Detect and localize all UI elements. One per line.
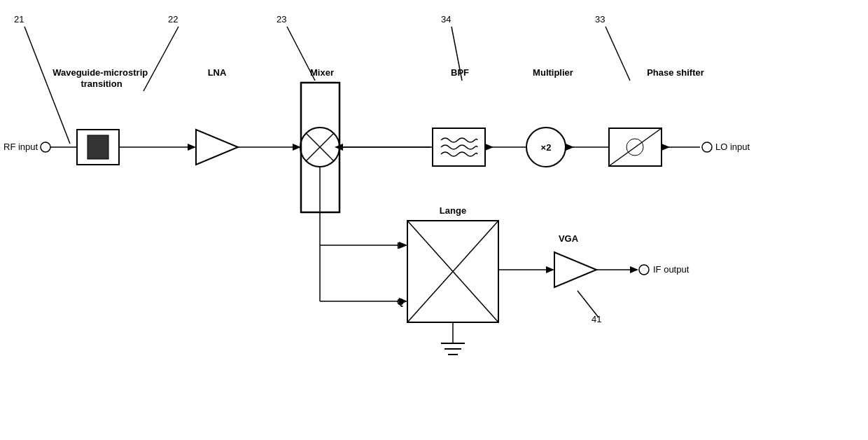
waveguide-symbol	[88, 135, 108, 159]
label-multiplier: Multiplier	[533, 67, 573, 78]
bpf-wave2	[441, 145, 477, 149]
label-mixer: Mixer	[310, 67, 334, 78]
vga-label: VGA	[559, 233, 579, 244]
arrow-mult-bpf	[485, 144, 493, 151]
lo-input-port	[702, 142, 712, 152]
q-label: Q	[397, 296, 404, 307]
lo-input-label: LO input	[715, 142, 750, 152]
svg-line-1	[144, 27, 178, 91]
svg-line-4	[606, 27, 630, 81]
bpf-wave1	[441, 138, 477, 142]
svg-line-0	[24, 27, 70, 144]
arrow-lange-vga	[546, 266, 554, 273]
label-23: 23	[276, 14, 286, 25]
phase-shifter-diagonal	[609, 128, 662, 166]
label-34: 34	[441, 14, 451, 25]
lna-symbol	[196, 130, 238, 165]
svg-line-21	[578, 291, 598, 317]
lange-label: Lange	[440, 205, 466, 216]
label-waveguide: Waveguide-microstrip transition	[52, 67, 150, 89]
arrow-1	[188, 144, 196, 151]
label-phase-shifter: Phase shifter	[647, 67, 704, 78]
label-bpf: BPF	[451, 67, 469, 78]
block-diagram: 21 22 23 34 33 Waveguide-microstrip tran…	[0, 0, 868, 440]
label-21: 21	[14, 14, 24, 25]
bpf-wave3	[441, 152, 477, 156]
rf-input-label: RF input	[4, 142, 38, 152]
arrow-i	[399, 242, 407, 249]
label-22: 22	[168, 14, 178, 25]
if-output-port	[639, 265, 649, 275]
arrow-ps-mult	[566, 144, 574, 151]
multiplier-label: ×2	[541, 142, 552, 153]
if-output-label: IF output	[653, 264, 690, 275]
label-lna: LNA	[208, 67, 227, 78]
i-label: I	[397, 240, 400, 251]
vga-symbol	[554, 252, 596, 287]
arrow-if	[630, 266, 638, 273]
arrow-lo-ps	[662, 144, 670, 151]
label-33: 33	[595, 14, 605, 25]
rf-input-port	[41, 142, 50, 152]
